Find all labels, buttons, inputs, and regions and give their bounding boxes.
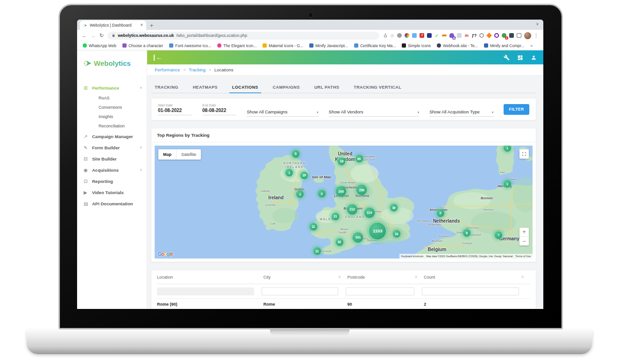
browser-tab[interactable]: Webolytics | Dashboard × [80, 21, 146, 30]
extension-icon[interactable] [486, 33, 492, 38]
city-filter-input[interactable] [262, 287, 338, 295]
start-date-field[interactable]: Start Date 01-08-2022 [158, 104, 192, 115]
zoom-out-button[interactable]: − [519, 237, 529, 245]
map-cluster-marker[interactable]: 205 [336, 186, 346, 196]
bookmark-item[interactable]: Font Awesome Ico... [169, 43, 211, 48]
map-cluster-marker[interactable]: 29 [300, 172, 308, 179]
tab-close-icon[interactable]: × [140, 23, 143, 28]
breadcrumb-performance[interactable]: Performance [155, 67, 180, 72]
map-cluster-marker[interactable]: 6 [463, 229, 470, 237]
map-cluster-marker[interactable]: 212 [347, 204, 357, 215]
sort-filter-icon[interactable]: ≡ [521, 275, 524, 279]
bookmark-item[interactable]: Material icons - G... [263, 43, 303, 48]
bookmark-item[interactable]: Minify Javascript... [309, 43, 348, 48]
terms-of-use-link[interactable]: Terms of Use [516, 255, 531, 258]
column-header-count[interactable]: Count≡ [424, 275, 530, 280]
app-logo[interactable]: Webolytics [77, 50, 147, 76]
map-cluster-marker[interactable]: 250 [356, 185, 367, 195]
reload-icon[interactable]: ↻ [100, 33, 104, 38]
extension-icon[interactable]: ✓ [434, 33, 440, 38]
sidebar-item[interactable]: ⊡ Reporting [77, 175, 147, 187]
extension-icon[interactable] [412, 33, 417, 38]
extension-icon[interactable] [509, 33, 514, 38]
map-cluster-marker[interactable]: 21 [313, 247, 321, 255]
section-tab[interactable]: TRACKING [154, 81, 179, 93]
map-cluster-marker[interactable]: 1103 [369, 223, 386, 239]
map-cluster-marker[interactable]: 11 [310, 223, 317, 231]
end-date-field[interactable]: End Date 08-08-2022 [202, 104, 236, 115]
forward-icon[interactable]: → [91, 33, 96, 38]
extension-icon[interactable]: m [464, 33, 470, 38]
section-tab[interactable]: HEATMAPS [192, 81, 219, 93]
extension-icon[interactable] [516, 33, 522, 38]
sidebar-item[interactable]: ↗ Campaign Manager [77, 131, 147, 142]
sidebar-item[interactable]: RoAS [77, 93, 147, 103]
bookmark-item[interactable]: Simple Icons [402, 43, 431, 48]
sidebar-item[interactable]: Reconciliation [77, 121, 147, 131]
extension-icon[interactable]: ƒ? [471, 33, 477, 38]
bookmark-item[interactable]: WhatsApp Web [83, 43, 116, 48]
extension-icon[interactable] [456, 33, 462, 38]
map-cluster-marker[interactable]: 24 [393, 230, 400, 238]
sidebar-item[interactable]: ⊞ Performance ∨ [77, 82, 147, 93]
map-cluster-marker[interactable]: 7 [495, 231, 502, 239]
sidebar-item[interactable]: Insights [77, 112, 147, 121]
sidebar-item[interactable]: ▤ API Documentation [77, 198, 147, 209]
extension-icon[interactable] [441, 33, 447, 38]
map-cluster-marker[interactable]: 3 [318, 190, 326, 197]
map-cluster-marker[interactable]: 114 [364, 208, 375, 218]
map-cluster-marker[interactable]: 1 [504, 180, 511, 188]
bookmarks-overflow-icon[interactable]: » [530, 43, 533, 48]
map-cluster-marker[interactable]: 92 [336, 238, 343, 246]
map-type-map-button[interactable]: Map [158, 149, 176, 160]
extension-icon[interactable]: 20 [449, 33, 455, 38]
url-bar[interactable]: webolytics.webosaurus.co.uk/wbo_portal/d… [107, 32, 379, 40]
map-cluster-marker[interactable]: 1 [285, 169, 293, 176]
sort-filter-icon[interactable]: ≡ [339, 275, 341, 279]
bookmark-item[interactable]: Webhook.site - Te... [437, 43, 478, 48]
sort-filter-icon[interactable]: ≡ [415, 275, 418, 279]
profile-avatar[interactable] [524, 32, 531, 39]
share-icon[interactable] [383, 33, 388, 38]
extension-icon[interactable] [404, 33, 410, 38]
tab-search-chevron-icon[interactable]: ∨ [536, 22, 539, 26]
section-tab[interactable]: LOCATIONS [231, 81, 259, 93]
extension-icon[interactable]: 1 [501, 33, 507, 38]
sidebar-item[interactable]: ✎ Form Builder ∨ [77, 142, 147, 153]
vendors-dropdown[interactable]: Show All Vendors ▾ [329, 109, 420, 117]
map-cluster-marker[interactable]: 2 [296, 190, 304, 198]
new-tab-button[interactable]: + [150, 22, 153, 30]
location-filter-input[interactable] [157, 287, 254, 295]
breadcrumb-tracking[interactable]: Tracking [189, 67, 206, 72]
browser-menu-icon[interactable]: ⋮ [534, 33, 539, 39]
sidebar-item[interactable]: ▶ Video Tutorials [77, 187, 147, 198]
campaigns-dropdown[interactable]: Show All Campaigns ▾ [247, 109, 318, 117]
fullscreen-button[interactable] [519, 149, 529, 159]
bookmark-item[interactable]: The Elegant Icon... [217, 43, 256, 48]
user-icon[interactable] [531, 55, 537, 61]
postcode-filter-input[interactable] [346, 287, 415, 295]
map-cluster-marker[interactable]: 21 [332, 213, 339, 220]
extension-icon[interactable]: ↗ [419, 33, 425, 38]
collapse-sidebar-icon[interactable]: ← [154, 55, 162, 61]
bookmark-star-icon[interactable]: ☆ [390, 33, 394, 38]
sidebar-item[interactable]: Conversions [77, 103, 147, 112]
section-tab[interactable]: TRACKING VERTICAL [353, 81, 402, 93]
extension-icon[interactable] [427, 33, 432, 38]
bookmark-item[interactable]: Choose a character [122, 43, 163, 48]
map-cluster-marker[interactable]: 5 [292, 150, 299, 158]
count-filter-input[interactable] [422, 287, 519, 295]
zoom-in-button[interactable]: + [519, 228, 529, 237]
map-type-satellite-button[interactable]: Satellite [176, 149, 201, 160]
section-tab[interactable]: URL PATHS [313, 81, 341, 93]
column-header-postcode[interactable]: Postcode≡ [347, 275, 424, 280]
table-row[interactable]: Rome (90)Rome902 [157, 298, 530, 308]
map-cluster-marker[interactable]: 39 [390, 204, 398, 211]
dashboard-grid-icon[interactable] [517, 55, 523, 61]
extension-icon[interactable] [494, 33, 499, 38]
wrench-icon[interactable] [504, 55, 510, 61]
map-cluster-marker[interactable]: 2 [437, 210, 444, 217]
end-date-value[interactable]: 08-08-2022 [202, 108, 236, 115]
column-header-city[interactable]: City≡ [263, 275, 348, 280]
start-date-value[interactable]: 01-08-2022 [158, 108, 192, 115]
